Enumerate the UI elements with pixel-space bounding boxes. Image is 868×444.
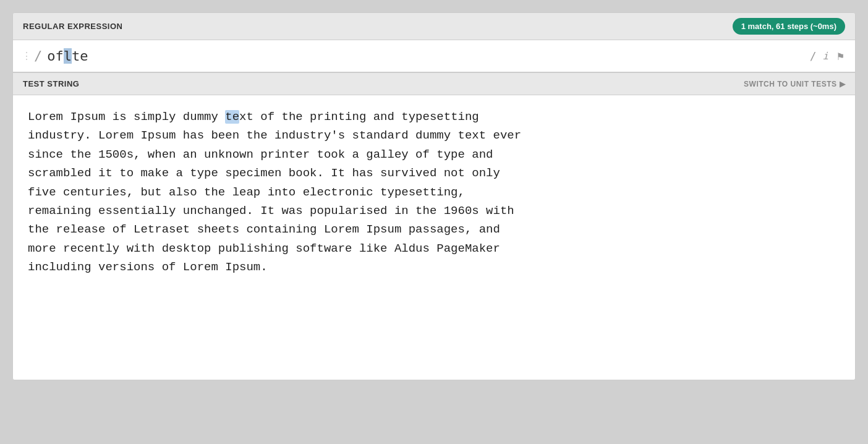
regex-close-slash: /: [810, 49, 817, 62]
main-container: REGULAR EXPRESSION 1 match, 61 steps (~0…: [12, 12, 856, 380]
regex-dots-icon: ⋮: [22, 50, 32, 62]
regex-header: REGULAR EXPRESSION 1 match, 61 steps (~0…: [13, 13, 855, 40]
match-badge: 1 match, 61 steps (~0ms): [733, 18, 845, 35]
regex-section-title: REGULAR EXPRESSION: [23, 22, 122, 31]
test-string-content[interactable]: Lorem Ipsum is simply dummy text of the …: [13, 95, 855, 380]
regex-delimiter-left: ⋮ /: [13, 48, 47, 64]
regex-post-cursor: te: [72, 48, 88, 64]
regex-pre-cursor: of: [47, 48, 64, 64]
regex-flags-area: / i ⚑: [801, 48, 855, 64]
regex-flag-i-button[interactable]: i: [820, 49, 832, 63]
regex-expression-display[interactable]: oflte: [47, 48, 801, 64]
regex-flag-bookmark-button[interactable]: ⚑: [835, 48, 846, 64]
switch-to-unit-label: SWITCH TO UNIT TESTS: [744, 80, 836, 88]
regex-cursor-char: l: [64, 48, 72, 64]
regex-input-bar[interactable]: ⋮ / oflte / i ⚑: [13, 40, 855, 72]
test-header: TEST STRING SWITCH TO UNIT TESTS ▶: [13, 72, 855, 95]
switch-arrow-icon: ▶: [840, 80, 846, 88]
regex-open-slash: /: [34, 48, 42, 64]
match-highlight: te: [225, 110, 239, 124]
test-section-title: TEST STRING: [23, 79, 79, 88]
switch-to-unit-tests-button[interactable]: SWITCH TO UNIT TESTS ▶: [744, 80, 845, 88]
